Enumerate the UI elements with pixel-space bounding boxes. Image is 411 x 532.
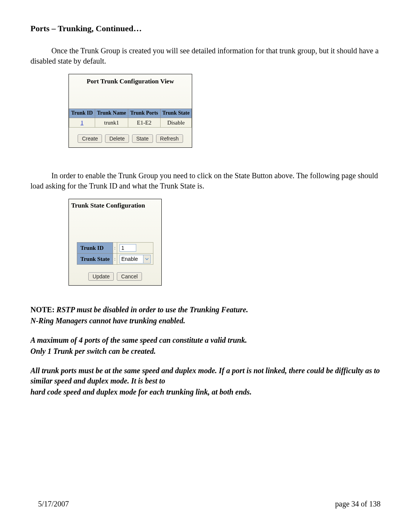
trunk-state-config-panel: Trunk State Configuration Trunk ID : Tru… bbox=[68, 199, 162, 286]
update-button[interactable]: Update bbox=[88, 272, 114, 281]
col-trunk-ports: Trunk Ports bbox=[128, 109, 160, 118]
page-heading: Ports – Trunking, Continued… bbox=[30, 23, 381, 34]
note-line6: hard code speed and duplex mode for each… bbox=[30, 387, 381, 397]
colon: : bbox=[113, 242, 117, 253]
intro-paragraph-2: In order to enable the Trunk Group you n… bbox=[30, 171, 381, 191]
panel1-title: Port Trunk Configuration View bbox=[69, 74, 192, 88]
cell-trunk-state: Disable bbox=[160, 118, 192, 127]
label-trunk-state: Trunk State bbox=[77, 253, 113, 264]
intro-paragraph-1: Once the Trunk Group is created you will… bbox=[30, 46, 381, 66]
refresh-button[interactable]: Refresh bbox=[156, 134, 183, 143]
trunk-state-form: Trunk ID : Trunk State : Enable bbox=[77, 242, 153, 265]
note-line5: All trunk ports must be at the same spee… bbox=[30, 366, 381, 386]
footer-page: page 34 of 138 bbox=[335, 499, 381, 509]
note-line4: Only 1 Trunk per switch can be created. bbox=[30, 346, 381, 356]
cancel-button[interactable]: Cancel bbox=[117, 272, 142, 281]
delete-button[interactable]: Delete bbox=[105, 134, 129, 143]
colon: : bbox=[113, 253, 117, 264]
trunk-id-input[interactable] bbox=[119, 244, 136, 252]
chevron-down-icon[interactable] bbox=[143, 255, 151, 264]
trunk-state-select[interactable]: Enable bbox=[119, 255, 143, 264]
trunk-table: Trunk ID Trunk Name Trunk Ports Trunk St… bbox=[69, 109, 192, 128]
note-line1: RSTP must be disabled in order to use th… bbox=[56, 305, 248, 314]
panel2-title: Trunk State Configuration bbox=[69, 199, 161, 212]
table-row: 1 trunk1 E1-E2 Disable bbox=[69, 118, 192, 127]
note-line3: A maximum of 4 ports of the same speed c… bbox=[30, 335, 381, 345]
create-button[interactable]: Create bbox=[78, 134, 102, 143]
notes: NOTE: RSTP must be disabled in order to … bbox=[30, 305, 381, 397]
trunk-id-link[interactable]: 1 bbox=[81, 120, 84, 126]
note-label: NOTE: bbox=[30, 305, 56, 314]
col-trunk-name: Trunk Name bbox=[95, 109, 128, 118]
label-trunk-id: Trunk ID bbox=[77, 242, 113, 253]
port-trunk-config-panel: Port Trunk Configuration View Trunk ID T… bbox=[68, 74, 192, 148]
cell-trunk-ports: E1-E2 bbox=[128, 118, 160, 127]
note-line2: N-Ring Managers cannot have trunking ena… bbox=[30, 316, 381, 326]
state-button[interactable]: State bbox=[132, 134, 153, 143]
col-trunk-state: Trunk State bbox=[160, 109, 192, 118]
col-trunk-id: Trunk ID bbox=[69, 109, 95, 118]
footer-date: 5/17/2007 bbox=[38, 499, 69, 509]
cell-trunk-name: trunk1 bbox=[95, 118, 128, 127]
